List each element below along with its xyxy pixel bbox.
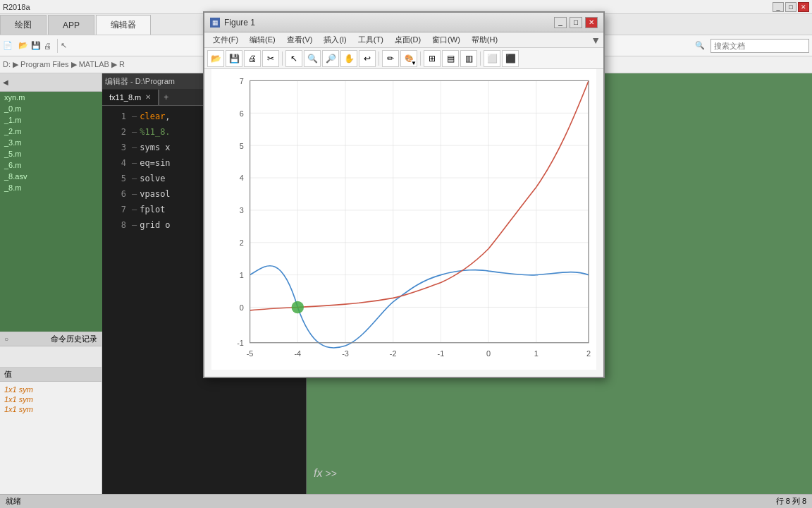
toolbar-icon-save[interactable]: 💾 (31, 41, 41, 50)
sidebar-item-1[interactable]: _1.m (0, 114, 102, 126)
tool-colorbar[interactable]: ▥ (460, 50, 477, 67)
sidebar-item-2[interactable]: _2.m (0, 126, 102, 137)
maximize-button[interactable]: □ (785, 2, 796, 12)
svg-text:5: 5 (240, 142, 244, 150)
svg-text:-4: -4 (294, 349, 301, 358)
figure-maximize-button[interactable]: □ (570, 17, 582, 28)
collapse-icon[interactable]: ◀ (3, 78, 8, 86)
figure-title: Figure 1 (224, 18, 554, 28)
workspace-panel: 值 1x1 sym 1x1 sym 1x1 sym (0, 367, 102, 508)
figure-menu-insert[interactable]: 插入(I) (318, 32, 352, 47)
tool-sep-1 (282, 52, 283, 66)
figure-menu-help[interactable]: 帮助(H) (466, 32, 503, 47)
figure-icon: ▦ (210, 18, 220, 28)
add-tab-button[interactable]: + (159, 90, 173, 105)
tool-sep-4 (480, 52, 481, 66)
figure-titlebar: ▦ Figure 1 _ □ ✕ (204, 13, 603, 32)
tool-magnify[interactable]: 🔍 (304, 50, 321, 67)
tool-pan[interactable]: ✋ (340, 50, 357, 67)
editor-header-text: 编辑器 - D:\Program (105, 76, 175, 87)
figure-menu-edit[interactable]: 编辑(E) (244, 32, 281, 47)
tab-app[interactable]: APP (48, 15, 94, 35)
tool-save[interactable]: 💾 (226, 50, 242, 67)
plot-svg: 7 6 5 4 3 2 1 0 -1 -5 -4 -3 -2 -1 0 1 2 (211, 69, 596, 370)
sidebar-item-3[interactable]: _3.m (0, 137, 102, 148)
close-button[interactable]: ✕ (798, 2, 809, 12)
workspace-title: 值 (0, 368, 102, 382)
tool-link[interactable]: ⬜ (484, 50, 500, 67)
figure-menu-file[interactable]: 文件(F) (207, 32, 244, 47)
plot-area: 7 6 5 4 3 2 1 0 -1 -5 -4 -3 -2 -1 0 1 2 (211, 69, 596, 370)
search-label: 🔍 (695, 41, 705, 50)
tool-zoom-out[interactable]: 🔎 (322, 50, 339, 67)
figure-menu-expand[interactable]: ▼ (591, 35, 601, 46)
toolbar-icon-new[interactable]: 📄 (3, 41, 13, 50)
status-position: 行 8 列 8 (776, 496, 806, 507)
sidebar-item-8m[interactable]: _8.m (0, 182, 102, 193)
tool-sep-2 (379, 52, 379, 66)
svg-text:0: 0 (240, 303, 244, 312)
sidebar-item-8asv[interactable]: _8.asv (0, 171, 102, 182)
svg-text:1: 1 (240, 271, 244, 279)
svg-text:-5: -5 (247, 349, 254, 358)
svg-text:-1: -1 (438, 349, 445, 358)
figure-window: ▦ Figure 1 _ □ ✕ 文件(F) 编辑(E) 查看(V) 插入(I)… (203, 11, 605, 378)
file-list-panel: ◀ xyn.m _0.m _1.m _2.m _3.m _5.m _6.m _8… (0, 73, 102, 334)
editor-tab-fx118[interactable]: fx11_8.m ✕ (102, 90, 159, 105)
figure-window-buttons: _ □ ✕ (554, 17, 598, 28)
tool-rotate[interactable]: ↩ (359, 50, 376, 67)
workspace-item-2[interactable]: 1x1 sym (3, 394, 99, 404)
svg-text:4: 4 (240, 174, 244, 182)
toolbar-separator (57, 39, 58, 53)
tool-sep-3 (420, 52, 421, 66)
figure-menu-desktop[interactable]: 桌面(D) (389, 32, 426, 47)
minimize-button[interactable]: _ (773, 2, 784, 12)
toolbar-icon-print[interactable]: 🖨 (44, 42, 51, 50)
matlab-window: R2018a _ □ ✕ 绘图 APP 编辑器 📄 📂 💾 🖨 ↖ 🔍 D (0, 0, 812, 508)
sidebar-item-5[interactable]: _5.m (0, 148, 102, 159)
tool-cursor[interactable]: ↖ (285, 50, 302, 67)
path-text: D: ▶ Program Files ▶ MATLAB ▶ R (3, 60, 125, 69)
figure-menu-window[interactable]: 窗口(W) (426, 32, 466, 47)
sidebar-item-xyn[interactable]: xyn.m (0, 92, 102, 103)
figure-menubar: 文件(F) 编辑(E) 查看(V) 插入(I) 工具(T) 桌面(D) 窗口(W… (204, 32, 603, 48)
svg-text:-1: -1 (237, 339, 244, 347)
figure-menu-tools[interactable]: 工具(T) (352, 32, 389, 47)
toolbar-icon-cursor[interactable]: ↖ (61, 41, 67, 50)
figure-toolbar: 📂 💾 🖨 ✂ ↖ 🔍 🔎 ✋ ↩ ✏ 🎨 ▼ ⊞ ▤ ▥ ⬜ ⬛ (204, 48, 603, 69)
tool-edit-plot[interactable]: ✏ (382, 50, 399, 67)
sidebar-item-6[interactable]: _6.m (0, 159, 102, 171)
command-history-panel: ○ 命令历史记录 (0, 332, 102, 367)
workspace-content: 1x1 sym 1x1 sym 1x1 sym (0, 382, 102, 417)
svg-text:-3: -3 (342, 349, 349, 358)
svg-text:6: 6 (240, 109, 244, 118)
status-ready: 就绪 (6, 496, 21, 507)
svg-text:7: 7 (240, 77, 244, 85)
sidebar-item-0[interactable]: _0.m (0, 103, 102, 114)
tool-brush[interactable]: ⬛ (502, 50, 519, 67)
tool-color[interactable]: 🎨 ▼ (400, 50, 417, 67)
cmd-history-icon: ○ (4, 335, 8, 343)
search-input[interactable] (710, 39, 809, 53)
tool-crop[interactable]: ✂ (262, 50, 279, 67)
svg-text:1: 1 (534, 349, 539, 358)
color-dropdown-icon: ▼ (411, 60, 417, 66)
workspace-item-1[interactable]: 1x1 sym (3, 385, 99, 394)
tab-close-icon[interactable]: ✕ (145, 93, 151, 101)
app-title: R2018a (3, 3, 30, 11)
figure-close-button[interactable]: ✕ (585, 17, 598, 28)
prompt-symbol: fx (314, 467, 322, 480)
tab-plot[interactable]: 绘图 (0, 15, 47, 35)
svg-text:2: 2 (240, 238, 244, 247)
tool-legend[interactable]: ▤ (442, 50, 459, 67)
tool-axes[interactable]: ⊞ (424, 50, 441, 67)
status-bar: 就绪 行 8 列 8 (0, 494, 812, 508)
toolbar-icon-open[interactable]: 📂 (18, 41, 28, 50)
tab-editor[interactable]: 编辑器 (96, 15, 151, 35)
tool-print[interactable]: 🖨 (244, 50, 261, 67)
figure-menu-view[interactable]: 查看(V) (281, 32, 319, 47)
cursor-dot (292, 301, 304, 313)
tool-open[interactable]: 📂 (207, 50, 224, 67)
workspace-item-3[interactable]: 1x1 sym (3, 404, 99, 414)
figure-minimize-button[interactable]: _ (554, 17, 567, 28)
